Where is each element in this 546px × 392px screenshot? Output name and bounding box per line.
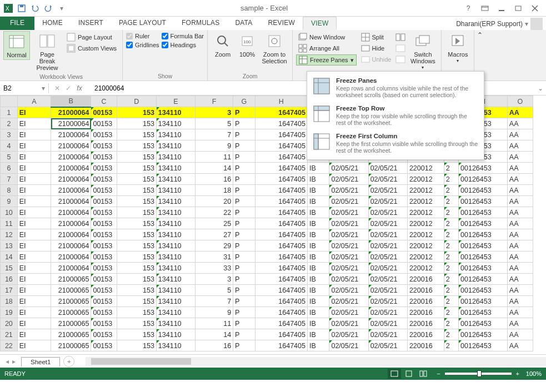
cell[interactable]: 220012 (407, 240, 444, 252)
cell[interactable]: AA (507, 285, 533, 296)
cell[interactable]: 00153 (91, 263, 117, 274)
cell[interactable]: 21000065 (51, 340, 91, 351)
cell[interactable]: 134110 (156, 318, 195, 329)
name-box-input[interactable] (3, 84, 37, 92)
excel-icon[interactable]: X (2, 2, 14, 14)
zoom-out-icon[interactable]: − (437, 370, 440, 377)
maximize-icon[interactable] (510, 3, 526, 14)
cell[interactable]: 5 (196, 285, 233, 296)
cell[interactable]: EI (17, 163, 51, 174)
cell[interactable]: 02/05/21 (368, 163, 407, 174)
cell[interactable]: 02/05/21 (329, 263, 368, 274)
cell[interactable]: 220012 (407, 252, 444, 263)
cell[interactable]: AA (507, 296, 533, 307)
row-header[interactable]: 9 (1, 196, 18, 207)
cell[interactable]: 02/05/21 (368, 185, 407, 196)
row-header[interactable]: 19 (1, 307, 18, 318)
cell[interactable]: 1647405 (255, 274, 307, 285)
cell[interactable]: 153 (117, 152, 156, 163)
cell[interactable]: 2 (444, 263, 458, 274)
cell[interactable]: IB (307, 240, 329, 252)
zoom-to-selection-button[interactable]: Zoom to Selection (260, 31, 289, 66)
cell[interactable]: 2 (444, 229, 458, 240)
cell[interactable]: 153 (117, 329, 156, 340)
account-menu[interactable]: Dharani(ERP Support)▾ (456, 18, 546, 30)
cell[interactable]: 11 (196, 318, 233, 329)
enter-formula-icon[interactable]: ✓ (63, 84, 73, 92)
cell[interactable]: 14 (196, 329, 233, 340)
undo-icon[interactable] (29, 2, 41, 14)
cell[interactable]: 02/05/21 (368, 340, 407, 351)
cell[interactable]: 02/05/21 (329, 329, 368, 340)
cell[interactable]: 134110 (156, 274, 195, 285)
cell[interactable]: 134110 (156, 207, 195, 218)
cell[interactable]: 00126453 (459, 263, 508, 274)
cell[interactable]: 00126453 (459, 229, 508, 240)
fx-icon[interactable]: fx (74, 84, 84, 92)
add-sheet-button[interactable]: + (63, 356, 74, 367)
cell[interactable]: EI (17, 174, 51, 185)
cell[interactable]: EI (17, 129, 51, 140)
cell[interactable]: 153 (117, 229, 156, 240)
cell[interactable]: 153 (117, 185, 156, 196)
cell[interactable]: 134110 (156, 229, 195, 240)
cell[interactable]: 134110 (156, 240, 195, 252)
cell[interactable]: EI (17, 296, 51, 307)
cell[interactable]: 02/05/21 (329, 196, 368, 207)
cell[interactable]: 134110 (156, 218, 195, 229)
cell[interactable]: 134110 (156, 129, 195, 140)
cell[interactable]: 02/05/21 (368, 218, 407, 229)
cell[interactable]: 7 (196, 129, 233, 140)
save-icon[interactable] (16, 2, 28, 14)
cell[interactable]: EI (17, 252, 51, 263)
cell[interactable]: EI (17, 340, 51, 351)
cell[interactable]: 220016 (407, 285, 444, 296)
cell[interactable]: 220012 (407, 174, 444, 185)
row-header[interactable]: 18 (1, 296, 18, 307)
cell[interactable]: 00153 (91, 307, 117, 318)
cell[interactable]: 2 (444, 296, 458, 307)
tab-file[interactable]: FILE (0, 17, 34, 30)
cell[interactable]: 1647405 (255, 185, 307, 196)
unhide-button[interactable]: Unhide (359, 54, 394, 64)
cell[interactable]: 02/05/21 (329, 285, 368, 296)
cell[interactable]: 153 (117, 274, 156, 285)
cell[interactable]: EI (17, 307, 51, 318)
cell[interactable]: 29 (196, 240, 233, 252)
cell[interactable]: 220012 (407, 207, 444, 218)
cancel-formula-icon[interactable]: ✕ (52, 84, 62, 92)
cell[interactable]: 220012 (407, 185, 444, 196)
cell[interactable]: 00126453 (459, 218, 508, 229)
cell[interactable]: 1647405 (255, 218, 307, 229)
cell[interactable]: P (233, 296, 256, 307)
cell[interactable]: EI (17, 329, 51, 340)
cell[interactable]: 3 (196, 107, 233, 118)
row-header[interactable]: 22 (1, 340, 18, 351)
col-header[interactable]: O (507, 96, 533, 107)
cell[interactable]: P (233, 307, 256, 318)
row-header[interactable]: 20 (1, 318, 18, 329)
cell[interactable]: IB (307, 285, 329, 296)
tab-formulas[interactable]: FORMULAS (174, 17, 227, 30)
cell[interactable]: 21000064 (51, 218, 91, 229)
ribbon-display-icon[interactable] (477, 3, 493, 14)
ruler-checkbox[interactable]: Ruler (126, 32, 159, 40)
page-layout-button[interactable]: Page Layout (64, 32, 119, 42)
cell[interactable]: 9 (196, 140, 233, 152)
cell[interactable]: 02/05/21 (329, 240, 368, 252)
cell[interactable]: 00153 (91, 318, 117, 329)
cell[interactable]: 220016 (407, 340, 444, 351)
cell[interactable]: EI (17, 274, 51, 285)
cell[interactable]: 00126453 (459, 340, 508, 351)
cell[interactable]: P (233, 240, 256, 252)
expand-formula-bar-icon[interactable]: ⌄ (535, 84, 546, 92)
cell[interactable]: 02/05/21 (368, 229, 407, 240)
cell[interactable]: 2 (444, 185, 458, 196)
cell[interactable]: 1647405 (255, 107, 307, 118)
cell[interactable]: 134110 (156, 307, 195, 318)
row-header[interactable]: 10 (1, 207, 18, 218)
cell[interactable]: 02/05/21 (368, 174, 407, 185)
normal-view-icon[interactable] (388, 369, 401, 379)
cell[interactable]: 00126453 (459, 196, 508, 207)
cell[interactable]: AA (507, 307, 533, 318)
